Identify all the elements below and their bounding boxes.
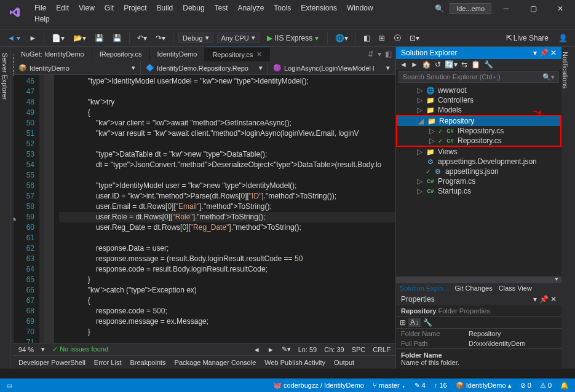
tree-repository-file[interactable]: ▷✓C#Repository.cs xyxy=(397,136,560,146)
tree-appsettings-dev[interactable]: ⚙appsettings.Development.json xyxy=(396,157,561,167)
menu-tools[interactable]: Tools xyxy=(269,2,296,14)
code-editor[interactable]: 4647484950515253545556575859🔧60616263646… xyxy=(14,75,395,343)
context-class-dropdown[interactable]: 🔷 IdentityDemo.Repository.Repo ▾ xyxy=(141,61,268,74)
wrench-icon[interactable]: 🔧 xyxy=(423,318,432,327)
line-number[interactable]: Ln: 59 xyxy=(298,346,317,353)
context-project-dropdown[interactable]: 📦 IdentityDemo ▾ xyxy=(14,61,141,74)
tab-add-icon[interactable]: ◧ xyxy=(385,50,392,58)
tree-wwwroot[interactable]: ▷🌐wwwroot xyxy=(396,85,561,95)
panel-dropdown-icon[interactable]: ▾ xyxy=(533,295,537,304)
save-button[interactable]: 💾 xyxy=(92,33,106,44)
close-button[interactable]: ✕ xyxy=(548,0,573,17)
tab-breakpoints[interactable]: Breakpoints xyxy=(130,359,165,366)
home-icon[interactable]: 🏠 xyxy=(422,60,431,69)
tab-error-list[interactable]: Error List xyxy=(94,359,122,366)
collapse-icon[interactable]: ⇆ xyxy=(461,60,467,69)
solution-tree[interactable]: ▷🌐wwwroot ▷📁Controllers ▷📁Models ↘ ◢📁Rep… xyxy=(396,84,561,276)
branch-name[interactable]: ⑂ master ▾ xyxy=(373,382,406,389)
solution-name[interactable]: 📦 IdentityDemo ▴ xyxy=(456,382,512,390)
tree-program[interactable]: ▷C#Program.cs xyxy=(396,176,561,186)
code-content[interactable]: "type">IdentityModel userModel = "kw">ne… xyxy=(54,75,395,343)
alpha-sort-icon[interactable]: A↓ xyxy=(408,318,421,327)
tab-menu-icon[interactable]: ▾ xyxy=(378,50,381,58)
live-share-button[interactable]: ⇱ Live Share xyxy=(504,33,551,44)
menu-window[interactable]: Window xyxy=(342,2,378,14)
open-button[interactable]: 📂▾ xyxy=(71,33,89,44)
issues-status[interactable]: ✓ No issues found xyxy=(52,345,108,353)
scroll-down-icon[interactable]: ▼ xyxy=(554,276,559,283)
notifications-tab[interactable]: Notifications xyxy=(561,52,569,369)
nav-icon[interactable]: ► xyxy=(268,346,274,353)
save-all-button[interactable]: 💾 xyxy=(110,33,124,44)
menu-edit[interactable]: Edit xyxy=(51,2,74,14)
menu-git[interactable]: Git xyxy=(100,2,119,14)
nav-forward-button[interactable]: ► xyxy=(26,33,39,44)
tab-irepository[interactable]: IRepository.cs xyxy=(92,47,150,61)
tool-3-icon[interactable]: 🖸 xyxy=(391,33,403,44)
tab-overflow-icon[interactable]: ⇵ xyxy=(368,50,374,58)
tool-2-icon[interactable]: ⊞ xyxy=(376,33,387,44)
tab-nuget[interactable]: NuGet: IdentityDemo xyxy=(14,47,92,61)
notification-bell-icon[interactable]: 🔔 xyxy=(560,382,569,390)
tool-4-icon[interactable]: ⊡▾ xyxy=(407,33,422,44)
menu-file[interactable]: File xyxy=(30,2,51,14)
panel-close-icon[interactable]: ✕ xyxy=(550,49,557,57)
unpushed-commits[interactable]: ↑ 16 xyxy=(434,382,447,389)
tree-irepository-file[interactable]: ▷✓C#IRepository.cs xyxy=(397,126,560,136)
new-project-button[interactable]: 📄▾ xyxy=(49,33,67,44)
panel-dropdown-icon[interactable]: ▾ xyxy=(533,49,537,57)
back-icon[interactable]: ◄ xyxy=(400,60,407,69)
nav-icon[interactable]: ◄ xyxy=(253,346,260,353)
error-count[interactable]: ⊘ 0 xyxy=(520,382,531,390)
panel-pin-icon[interactable]: 📌 xyxy=(539,49,549,57)
platform-dropdown[interactable]: Any CPU ▾ xyxy=(217,33,260,43)
menu-analyze[interactable]: Analyze xyxy=(233,2,269,14)
maximize-button[interactable]: ▢ xyxy=(521,0,545,17)
tab-solution-explorer[interactable]: Solution Explo... xyxy=(400,284,449,292)
menu-project[interactable]: Project xyxy=(119,2,151,14)
tab-output[interactable]: Output xyxy=(334,359,354,366)
prop-folder-name[interactable]: Folder NameRepository xyxy=(396,329,561,339)
refresh-icon[interactable]: 🔄▾ xyxy=(445,60,458,69)
sync-icon[interactable]: ↺ xyxy=(435,60,441,69)
run-button[interactable]: ▶ IIS Express ▾ xyxy=(263,33,322,44)
menu-view[interactable]: View xyxy=(74,2,100,14)
tab-identitydemo[interactable]: IdentityDemo xyxy=(150,47,205,61)
pencil-icon[interactable]: ✎▾ xyxy=(282,345,291,353)
menu-build[interactable]: Build xyxy=(152,2,178,14)
prop-full-path[interactable]: Full PathD:\xxx\IdentityDem xyxy=(396,339,561,348)
config-dropdown[interactable]: Debug ▾ xyxy=(178,33,213,43)
redo-button[interactable]: ↷▾ xyxy=(153,33,168,44)
account-icon[interactable]: 👤 xyxy=(556,33,570,44)
categorize-icon[interactable]: ⊞ xyxy=(400,318,406,327)
browse-button[interactable]: 🌐▾ xyxy=(333,33,351,44)
panel-close-icon[interactable]: ✕ xyxy=(550,295,557,304)
warning-count[interactable]: ⚠ 0 xyxy=(540,382,552,390)
tree-startup[interactable]: ▷C#Startup.cs xyxy=(396,186,561,196)
tab-web-publish[interactable]: Web Publish Activity xyxy=(264,359,325,366)
show-all-icon[interactable]: 📋 xyxy=(471,60,480,69)
tab-repository[interactable]: Repository.cs ✕ xyxy=(205,47,270,61)
props-icon[interactable]: 🔧 xyxy=(484,60,493,69)
undo-button[interactable]: ↶▾ xyxy=(135,33,149,44)
search-icon[interactable]: 🔍 xyxy=(435,4,447,13)
solution-search-input[interactable]: Search Solution Explorer (Ctrl+;)🔍▾ xyxy=(399,71,559,83)
tab-git-changes[interactable]: Git Changes xyxy=(455,284,493,292)
zoom-level[interactable]: 94 % xyxy=(18,346,34,353)
tree-views[interactable]: ▷📁Views xyxy=(396,147,561,157)
fwd-icon[interactable]: ► xyxy=(411,60,418,69)
minimize-button[interactable]: ─ xyxy=(494,0,518,17)
indent-mode[interactable]: SPC xyxy=(352,346,366,353)
tab-developer-powershell[interactable]: Developer PowerShell xyxy=(18,359,85,366)
tool-1-icon[interactable]: ◧ xyxy=(361,33,373,44)
line-ending[interactable]: CRLF xyxy=(373,346,391,353)
menu-help[interactable]: Help xyxy=(30,14,435,25)
pending-changes[interactable]: ✎ 4 xyxy=(414,382,426,390)
nav-back-button[interactable]: ◄ ▾ xyxy=(5,33,23,44)
menu-extensions[interactable]: Extensions xyxy=(296,2,342,14)
github-repo[interactable]: 🐙 coderbugzz / IdentityDemo xyxy=(273,382,364,390)
tab-class-view[interactable]: Class View xyxy=(499,284,532,292)
tree-appsettings[interactable]: ✓⚙appsettings.json xyxy=(396,167,561,176)
char-number[interactable]: Ch: 39 xyxy=(324,346,344,353)
menu-debug[interactable]: Debug xyxy=(178,2,209,14)
